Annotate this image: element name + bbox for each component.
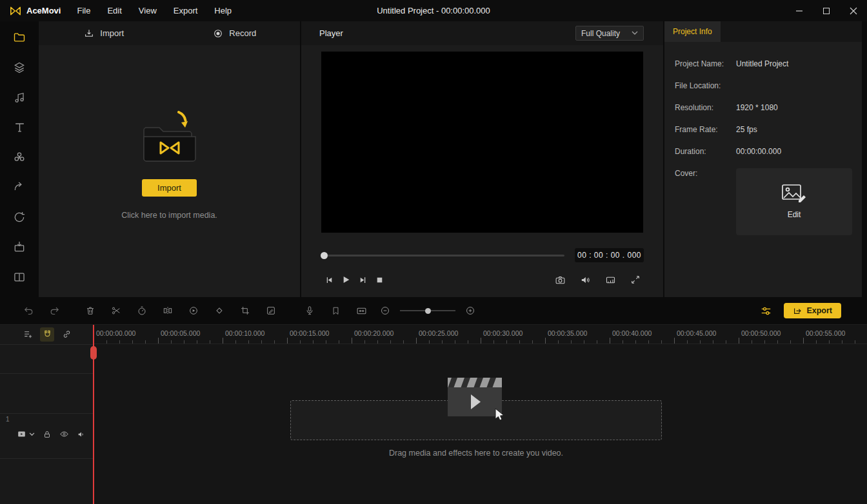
minimize-button[interactable] [786, 0, 813, 21]
menu-help[interactable]: Help [206, 3, 240, 19]
sidebar-item-split-screen[interactable] [8, 267, 31, 287]
add-track-button[interactable] [21, 327, 35, 342]
import-folder-icon [139, 111, 201, 170]
next-frame-icon [358, 275, 368, 285]
playhead-marker[interactable] [90, 346, 97, 360]
sidebar-item-layers[interactable] [8, 57, 31, 77]
ruler-major-ticks [94, 338, 867, 344]
export-button[interactable]: Export [784, 303, 841, 318]
player-header: Player Full Quality [301, 21, 663, 45]
maximize-icon [823, 8, 830, 14]
field-value-frame-rate: 25 fps [736, 124, 852, 135]
sidebar-item-transitions[interactable] [8, 177, 31, 197]
snapshot-button[interactable] [552, 272, 568, 287]
lock-icon [43, 430, 52, 439]
keyframe-button[interactable] [206, 302, 232, 320]
import-board-icon [13, 240, 26, 253]
sliders-icon [760, 305, 772, 317]
project-info-body: Project Name: Untitled Project File Loca… [664, 42, 862, 297]
ruler-label: 00:00:50.000 [741, 329, 781, 337]
import-button[interactable]: Import [142, 179, 197, 197]
seek-handle[interactable] [321, 252, 328, 259]
seek-row: 00 : 00 : 00 . 000 [321, 248, 644, 262]
marker-button[interactable] [323, 302, 348, 320]
split-screen-icon [13, 271, 26, 284]
maximize-button[interactable] [813, 0, 840, 21]
menu-bar: File Edit View Export Help [68, 3, 240, 19]
transitions-icon [13, 180, 26, 193]
tab-record[interactable]: Record [170, 21, 301, 45]
zoom-out-button[interactable] [374, 302, 396, 320]
sidebar-item-effects[interactable] [8, 148, 31, 167]
stop-button[interactable] [371, 272, 388, 287]
timeline-zoom-slider[interactable] [400, 307, 455, 315]
magnet-snap-button[interactable] [40, 327, 54, 342]
previous-frame-button[interactable] [321, 272, 337, 287]
quality-select[interactable]: Full Quality [575, 26, 644, 41]
track-lock-button[interactable] [43, 430, 52, 439]
menu-view[interactable]: View [130, 3, 165, 19]
link-clips-button[interactable] [59, 327, 74, 342]
tab-project-info[interactable]: Project Info [664, 21, 721, 42]
menu-export[interactable]: Export [165, 3, 206, 19]
marker-flag-icon [331, 306, 341, 316]
window-controls [786, 0, 867, 21]
field-label-frame-rate: Frame Rate: [675, 124, 736, 135]
menu-edit[interactable]: Edit [99, 3, 130, 19]
play-button[interactable] [337, 272, 354, 287]
fullscreen-button[interactable] [627, 272, 644, 287]
edit-button[interactable] [258, 302, 284, 320]
adjust-settings-button[interactable] [760, 305, 772, 317]
speed-button[interactable] [129, 302, 155, 320]
sidebar-item-import-to-timeline[interactable] [8, 237, 31, 257]
fit-timeline-button[interactable] [348, 302, 374, 320]
close-button[interactable] [840, 0, 867, 21]
field-label-duration: Duration: [675, 146, 736, 157]
sidebar-item-text[interactable] [8, 117, 31, 137]
aspect-ratio-button[interactable] [602, 272, 619, 287]
next-frame-button[interactable] [354, 272, 371, 287]
delete-button[interactable] [77, 302, 103, 320]
ruler-label: 00:00:05.000 [161, 329, 200, 337]
tab-import[interactable]: Import [39, 21, 170, 45]
timeline: 1 00:00:00.000 00:00:05.000 00:00:10.000… [0, 324, 867, 504]
ruler-label: 00:00:00.000 [96, 329, 135, 337]
ruler-label: 00:00:15.000 [290, 329, 329, 337]
tab-import-label: Import [100, 28, 124, 38]
zoom-in-button[interactable] [459, 302, 481, 320]
split-button[interactable] [155, 302, 181, 320]
cover-edit-button[interactable]: Edit [736, 168, 852, 235]
video-preview [321, 52, 643, 233]
previous-frame-icon [324, 275, 334, 285]
menu-file[interactable]: File [68, 3, 99, 19]
fit-width-icon [356, 305, 367, 316]
field-value-file-location [736, 81, 852, 91]
zoom-slider-handle[interactable] [425, 308, 431, 314]
field-label-resolution: Resolution: [675, 102, 736, 113]
media-import-dropzone[interactable]: Import Click here to import media. [39, 45, 300, 297]
player-tools [552, 272, 644, 287]
camera-icon [555, 275, 566, 286]
preview-button[interactable] [181, 302, 206, 320]
track-type-button[interactable] [17, 429, 35, 439]
volume-button[interactable] [577, 272, 593, 287]
video-clip-icon [17, 429, 26, 439]
track-mute-button[interactable] [77, 430, 86, 439]
cut-button[interactable] [103, 302, 129, 320]
redo-button[interactable] [41, 302, 67, 320]
sidebar-item-behaviors[interactable] [8, 208, 31, 227]
speaker-icon [580, 275, 591, 286]
voiceover-button[interactable] [297, 302, 323, 320]
sidebar-item-media[interactable] [8, 28, 31, 47]
gutter-divider [0, 413, 94, 414]
seek-bar[interactable] [321, 251, 564, 259]
track-visibility-button[interactable] [59, 429, 69, 439]
clapperboard-icon [445, 373, 507, 429]
field-value-project-name: Untitled Project [736, 59, 852, 69]
eye-icon [59, 429, 69, 439]
undo-button[interactable] [15, 302, 41, 320]
text-icon [14, 121, 26, 133]
crop-button[interactable] [232, 302, 258, 320]
timeline-ruler[interactable]: 00:00:00.000 00:00:05.000 00:00:10.000 0… [94, 325, 867, 344]
sidebar-item-audio[interactable] [8, 88, 31, 107]
